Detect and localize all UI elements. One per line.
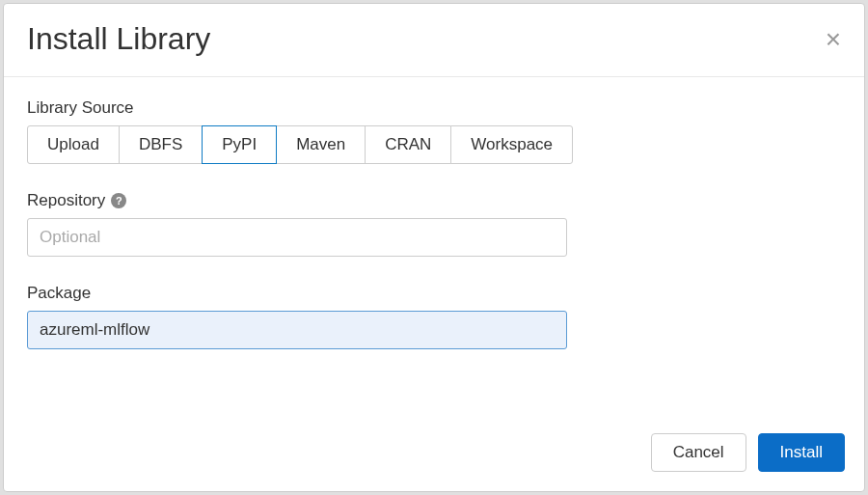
repository-input[interactable] (27, 218, 567, 257)
tab-cran[interactable]: CRAN (365, 125, 451, 164)
library-source-tabs: Upload DBFS PyPI Maven CRAN Workspace (27, 125, 841, 164)
repository-section: Repository ? (27, 191, 841, 257)
dialog-title: Install Library (27, 21, 210, 57)
dialog-footer: Cancel Install (4, 420, 864, 491)
close-icon: × (826, 24, 841, 54)
help-icon[interactable]: ? (111, 193, 126, 208)
tab-upload[interactable]: Upload (27, 125, 120, 164)
repository-label-text: Repository (27, 191, 105, 210)
library-source-section: Library Source Upload DBFS PyPI Maven CR… (27, 98, 841, 164)
dialog-body: Library Source Upload DBFS PyPI Maven CR… (4, 77, 864, 420)
package-section: Package (27, 284, 841, 349)
install-button[interactable]: Install (758, 433, 845, 472)
tab-maven[interactable]: Maven (276, 125, 366, 164)
repository-label: Repository ? (27, 191, 841, 210)
tab-pypi[interactable]: PyPI (202, 125, 277, 164)
package-label: Package (27, 284, 841, 303)
install-library-dialog: Install Library × Library Source Upload … (3, 3, 865, 492)
close-button[interactable]: × (826, 26, 841, 53)
library-source-label: Library Source (27, 98, 841, 118)
tab-dbfs[interactable]: DBFS (119, 125, 203, 164)
dialog-header: Install Library × (4, 4, 864, 77)
cancel-button[interactable]: Cancel (651, 433, 746, 472)
tab-workspace[interactable]: Workspace (450, 125, 573, 164)
package-input[interactable] (27, 311, 567, 349)
